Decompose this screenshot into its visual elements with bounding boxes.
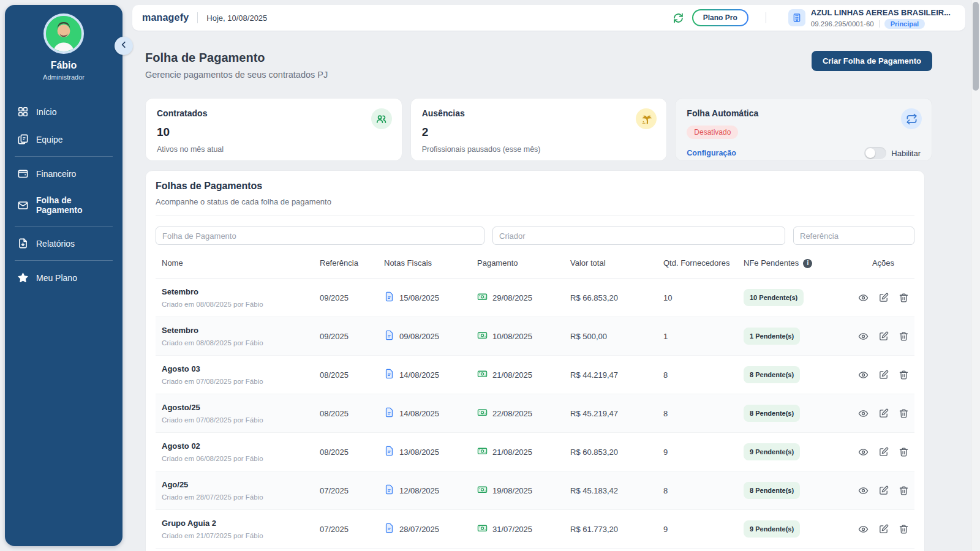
stat-caption: Ativos no mês atual <box>157 145 391 154</box>
stat-title: Ausências <box>422 108 656 118</box>
delete-icon[interactable] <box>899 331 909 342</box>
grid-icon <box>17 106 29 118</box>
sidebar-item-financeiro[interactable]: Financeiro <box>13 160 114 187</box>
notas-date: 12/08/2025 <box>399 486 439 495</box>
filter-payroll-input[interactable] <box>156 227 484 245</box>
sidebar-item-label: Equipe <box>36 135 63 144</box>
qtd-fornecedores: 8 <box>657 367 737 383</box>
edit-icon[interactable] <box>878 447 889 457</box>
view-icon[interactable] <box>858 485 869 496</box>
filter-creator-input[interactable] <box>492 227 785 245</box>
valor-total: R$ 500,00 <box>564 328 657 345</box>
document-icon <box>384 369 394 381</box>
delete-icon[interactable] <box>899 293 909 303</box>
payroll-reference: 07/2025 <box>314 521 378 538</box>
column-qtd: Qtd. Fornecedores <box>657 256 737 274</box>
view-icon[interactable] <box>858 331 869 342</box>
payroll-name: Agosto 03 <box>162 364 307 373</box>
configuration-link[interactable]: Configuração <box>687 149 736 157</box>
nfe-pendentes-badge: 9 Pendente(s) <box>744 520 800 538</box>
money-icon <box>477 330 488 342</box>
table-row[interactable]: Agosto/25 Criado em 07/08/2025 por Fábio… <box>156 394 914 433</box>
table-subtitle: Acompanhe o status de cada folha de paga… <box>156 197 914 206</box>
edit-icon[interactable] <box>878 485 889 496</box>
pagamento-date: 21/08/2025 <box>492 370 532 380</box>
edit-icon[interactable] <box>878 293 889 303</box>
payroll-reference: 09/2025 <box>314 328 378 345</box>
money-icon <box>477 407 488 419</box>
stat-card-contratados: Contratados 10 Ativos no mês atual <box>145 98 402 161</box>
edit-icon[interactable] <box>878 524 889 534</box>
sidebar-item-label: Meu Plano <box>36 273 77 283</box>
sidebar-item-meu-plano[interactable]: Meu Plano <box>13 264 114 291</box>
delete-icon[interactable] <box>899 408 909 419</box>
sidebar-item-relatorios[interactable]: Relatórios <box>13 230 114 257</box>
users-icon <box>371 108 392 129</box>
delete-icon[interactable] <box>899 485 909 496</box>
edit-icon[interactable] <box>878 408 889 419</box>
page-scrollbar[interactable] <box>971 0 980 551</box>
valor-total: R$ 60.853,20 <box>564 444 657 460</box>
view-icon[interactable] <box>858 408 869 419</box>
page-subtitle: Gerencie pagamentos de seus contratados … <box>145 70 328 80</box>
valor-total: R$ 44.219,47 <box>564 367 657 383</box>
stat-title: Folha Automática <box>687 108 921 118</box>
scrollbar-thumb[interactable] <box>973 2 979 91</box>
toggle-label: Habilitar <box>891 149 921 158</box>
pagamento-date: 10/08/2025 <box>492 332 532 341</box>
payroll-name: Ago/25 <box>162 480 307 489</box>
notas-date: 13/08/2025 <box>399 448 439 457</box>
pagamento-date: 21/08/2025 <box>492 448 532 457</box>
view-icon[interactable] <box>858 524 869 534</box>
table-row[interactable]: Grupo Aguia 2 Criado em 21/07/2025 por F… <box>156 510 914 549</box>
table-row[interactable]: Setembro Criado em 08/08/2025 por Fábio … <box>156 279 914 317</box>
table-row[interactable]: Setembro Criado em 08/08/2025 por Fábio … <box>156 317 914 356</box>
table-row[interactable]: Agosto 03 Criado em 07/08/2025 por Fábio… <box>156 356 914 394</box>
view-icon[interactable] <box>858 447 869 457</box>
sidebar-item-inicio[interactable]: Início <box>13 98 114 126</box>
column-nfe: NFe Pendentes <box>744 258 799 268</box>
sidebar-item-folha-de-pagamento[interactable]: Folha de Pagamento <box>13 187 114 223</box>
document-icon <box>384 484 394 497</box>
divider <box>766 12 766 23</box>
delete-icon[interactable] <box>899 370 909 380</box>
delete-icon[interactable] <box>899 447 909 457</box>
enable-toggle[interactable] <box>864 147 886 159</box>
payroll-name: Setembro <box>162 287 307 296</box>
column-acoes: Ações <box>852 256 914 274</box>
valor-total: R$ 66.853,20 <box>564 290 657 306</box>
sidebar-collapse-button[interactable] <box>115 37 133 55</box>
view-icon[interactable] <box>858 370 869 380</box>
auto-payroll-card: Folha Automática Desativado Configuração… <box>675 98 932 161</box>
divider <box>197 12 198 23</box>
document-icon <box>384 330 394 342</box>
payroll-created: Criado em 21/07/2025 por Fábio <box>162 532 307 539</box>
sidebar-item-equipe[interactable]: Equipe <box>13 126 114 153</box>
valor-total: R$ 45.219,47 <box>564 405 657 422</box>
edit-icon[interactable] <box>878 370 889 380</box>
payroll-created: Criado em 28/07/2025 por Fábio <box>162 493 307 501</box>
create-payroll-button[interactable]: Criar Folha de Pagamento <box>812 51 932 71</box>
envelope-icon <box>17 200 29 211</box>
sync-icon[interactable] <box>673 13 684 23</box>
view-icon[interactable] <box>858 293 869 303</box>
plan-badge[interactable]: Plano Pro <box>692 9 748 26</box>
edit-icon[interactable] <box>878 331 889 342</box>
document-icon <box>384 523 394 535</box>
table-title: Folhas de Pagamentos <box>156 181 914 192</box>
table-row[interactable]: Ago/25 Criado em 28/07/2025 por Fábio 07… <box>156 471 914 510</box>
nfe-pendentes-badge: 9 Pendente(s) <box>744 443 800 460</box>
filter-reference-input[interactable] <box>793 227 914 245</box>
money-icon <box>477 523 488 535</box>
info-icon[interactable]: i <box>803 259 812 268</box>
column-valor: Valor total <box>564 256 657 274</box>
document-icon <box>384 446 394 458</box>
qtd-fornecedores: 8 <box>657 405 737 422</box>
payroll-name: Setembro <box>162 326 307 335</box>
document-icon <box>384 291 394 304</box>
payroll-reference: 08/2025 <box>314 367 378 383</box>
delete-icon[interactable] <box>899 524 909 534</box>
money-icon <box>477 446 488 458</box>
company-selector[interactable]: AZUL LINHAS AEREAS BRASILEIR... 09.296.2… <box>783 4 956 31</box>
table-row[interactable]: Agosto 02 Criado em 06/08/2025 por Fábio… <box>156 433 914 471</box>
